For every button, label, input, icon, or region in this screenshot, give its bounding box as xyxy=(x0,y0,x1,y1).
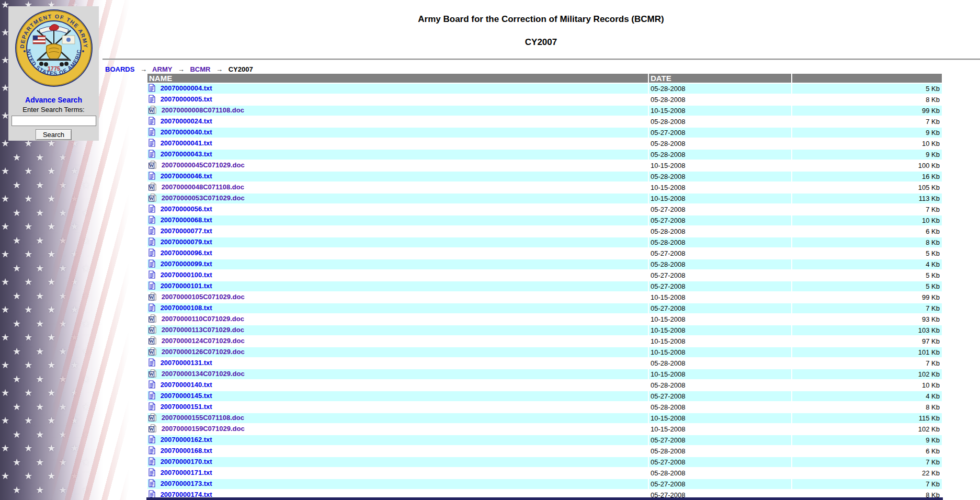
file-size: 10 Kb xyxy=(792,215,942,225)
file-link[interactable]: 20070000110C071029.doc xyxy=(162,315,244,323)
file-link[interactable]: 20070000041.txt xyxy=(161,139,212,147)
file-date: 05-27-2008 xyxy=(649,204,791,214)
table-row: 20070000043.txt 05-28-2008 9 Kb xyxy=(147,150,942,160)
txt-file-icon xyxy=(149,281,155,291)
txt-file-icon xyxy=(149,150,155,160)
page-subtitle: CY2007 xyxy=(102,37,980,48)
column-header-name: NAME xyxy=(147,74,648,83)
file-link[interactable]: 20070000155C071108.doc xyxy=(162,414,244,422)
file-link[interactable]: 20070000170.txt xyxy=(161,458,212,465)
file-date: 05-28-2008 xyxy=(649,95,791,105)
file-link[interactable]: 20070000043.txt xyxy=(161,150,212,158)
table-row: 20070000005.txt 05-28-2008 8 Kb xyxy=(147,95,942,105)
file-link[interactable]: 20070000053C071029.doc xyxy=(162,194,245,202)
table-row: 20070000079.txt 05-28-2008 8 Kb xyxy=(147,237,942,247)
file-link[interactable]: 20070000105C071029.doc xyxy=(162,293,245,301)
breadcrumb-link-bcmr[interactable]: BCMR xyxy=(190,65,210,73)
svg-text:W: W xyxy=(149,108,154,113)
file-link[interactable]: 20070000173.txt xyxy=(161,480,212,487)
file-link[interactable]: 20070000040.txt xyxy=(161,128,212,136)
file-link[interactable]: 20070000068.txt xyxy=(161,216,212,224)
column-header-size xyxy=(792,74,942,83)
file-link[interactable]: 20070000100.txt xyxy=(161,271,212,279)
file-link[interactable]: 20070000124C071029.doc xyxy=(162,337,245,345)
search-terms-label: Enter Search Terms: xyxy=(8,106,99,113)
file-link[interactable]: 20070000131.txt xyxy=(161,359,212,367)
file-size: 102 Kb xyxy=(792,369,942,379)
file-date: 10-15-2008 xyxy=(649,292,791,302)
txt-file-icon xyxy=(149,358,155,368)
file-link[interactable]: 20070000008C071108.doc xyxy=(162,106,244,114)
file-date: 05-28-2008 xyxy=(649,237,791,247)
txt-file-icon xyxy=(149,446,155,456)
file-link[interactable]: 20070000171.txt xyxy=(161,469,212,476)
table-header-row: NAME DATE xyxy=(147,74,942,83)
search-input[interactable] xyxy=(12,116,96,126)
file-table-body: 20070000004.txt 05-28-2008 5 Kb 20070000… xyxy=(147,84,942,500)
file-size: 7 Kb xyxy=(792,204,942,214)
file-date: 10-15-2008 xyxy=(649,314,791,324)
file-size: 8 Kb xyxy=(792,237,942,247)
file-link[interactable]: 20070000004.txt xyxy=(161,84,212,92)
file-link[interactable]: 20070000079.txt xyxy=(161,238,212,246)
svg-text:1775: 1775 xyxy=(47,65,60,72)
file-date: 05-27-2008 xyxy=(649,457,791,467)
file-link[interactable]: 20070000046.txt xyxy=(161,172,212,180)
doc-file-icon: W xyxy=(149,194,156,203)
table-row: W 20070000113C071029.doc 10-15-2008 103 … xyxy=(147,325,942,335)
search-button[interactable]: Search xyxy=(36,129,72,140)
svg-text:W: W xyxy=(149,295,154,300)
txt-file-icon xyxy=(149,128,155,138)
txt-file-icon xyxy=(149,117,155,127)
file-size: 113 Kb xyxy=(792,194,942,203)
file-link[interactable]: 20070000145.txt xyxy=(161,392,212,400)
horizontal-divider xyxy=(102,59,980,60)
file-link[interactable]: 20070000162.txt xyxy=(161,436,212,444)
file-link[interactable]: 20070000077.txt xyxy=(161,227,212,235)
table-row: 20070000145.txt 05-27-2008 4 Kb xyxy=(147,391,942,401)
file-size: 5 Kb xyxy=(792,248,942,258)
file-link[interactable]: 20070000159C071029.doc xyxy=(162,425,245,433)
file-link[interactable]: 20070000108.txt xyxy=(161,304,212,312)
table-row: 20070000168.txt 05-28-2008 6 Kb xyxy=(147,446,942,456)
file-link[interactable]: 20070000005.txt xyxy=(161,95,212,103)
doc-file-icon: W xyxy=(149,369,156,379)
file-link[interactable]: 20070000168.txt xyxy=(161,447,212,454)
file-link[interactable]: 20070000101.txt xyxy=(161,282,212,290)
breadcrumb-link-army[interactable]: ARMY xyxy=(152,65,172,73)
file-date: 05-28-2008 xyxy=(649,358,791,368)
file-link[interactable]: 20070000099.txt xyxy=(161,260,212,268)
file-link[interactable]: 20070000045C071029.doc xyxy=(162,161,245,169)
file-link[interactable]: 20070000140.txt xyxy=(161,381,212,389)
breadcrumb-current-cy2007: CY2007 xyxy=(229,65,253,73)
doc-file-icon: W xyxy=(149,161,156,171)
file-link[interactable]: 20070000048C071108.doc xyxy=(162,183,244,191)
txt-file-icon xyxy=(149,237,155,247)
file-date: 05-28-2008 xyxy=(649,380,791,390)
file-link[interactable]: 20070000113C071029.doc xyxy=(162,326,244,334)
table-row: W 20070000105C071029.doc 10-15-2008 99 K… xyxy=(147,292,942,302)
file-size: 99 Kb xyxy=(792,106,942,116)
file-size: 101 Kb xyxy=(792,347,942,357)
file-date: 05-28-2008 xyxy=(649,446,791,456)
breadcrumb-arrow-icon: → xyxy=(140,65,147,73)
file-link[interactable]: 20070000151.txt xyxy=(161,403,212,411)
file-size: 4 Kb xyxy=(792,259,942,269)
table-row: W 20070000008C071108.doc 10-15-2008 99 K… xyxy=(147,106,942,116)
file-link[interactable]: 20070000056.txt xyxy=(161,205,212,213)
table-row: 20070000056.txt 05-27-2008 7 Kb xyxy=(147,204,942,214)
file-size: 6 Kb xyxy=(792,446,942,456)
file-link[interactable]: 20070000134C071029.doc xyxy=(162,370,245,378)
sidebar-search-panel: DEPARTMENT OF THE ARMY UNITED STATES OF … xyxy=(8,6,99,141)
advance-search-link[interactable]: Advance Search xyxy=(25,96,82,104)
file-size: 105 Kb xyxy=(792,183,942,192)
file-date: 10-15-2008 xyxy=(649,424,791,434)
breadcrumb-link-boards[interactable]: BOARDS xyxy=(105,65,134,73)
file-link[interactable]: 20070000024.txt xyxy=(161,117,212,125)
file-date: 05-27-2008 xyxy=(649,435,791,445)
table-row: 20070000100.txt 05-27-2008 5 Kb xyxy=(147,270,942,280)
file-link[interactable]: 20070000096.txt xyxy=(161,249,212,257)
table-row: W 20070000048C071108.doc 10-15-2008 105 … xyxy=(147,183,942,192)
txt-file-icon xyxy=(149,391,155,401)
file-link[interactable]: 20070000126C071029.doc xyxy=(162,348,245,356)
